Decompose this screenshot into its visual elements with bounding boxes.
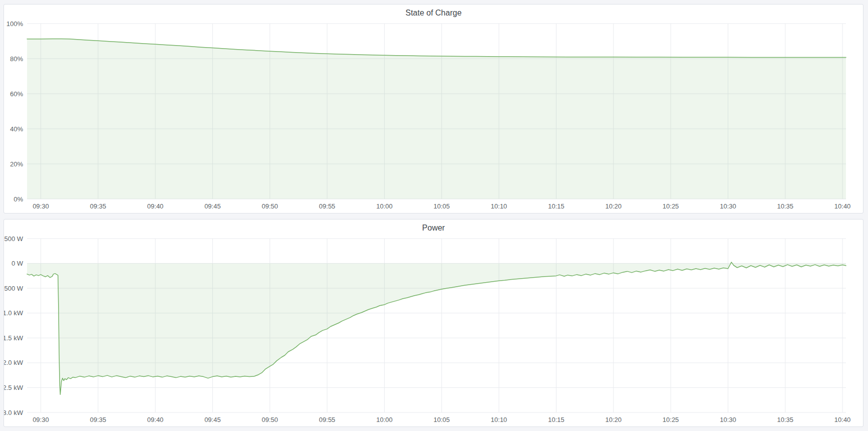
svg-text:-3.0 kW: -3.0 kW [4, 409, 24, 416]
svg-text:09:35: 09:35 [90, 202, 107, 210]
power-plot: 500 W0 W-500 W-1.0 kW-1.5 kW-2.0 kW-2.5 … [4, 235, 863, 426]
state-of-charge-chart[interactable]: 100%80%60%40%20%0%09:3009:3509:4009:4509… [4, 20, 863, 213]
svg-text:09:45: 09:45 [204, 202, 221, 210]
svg-text:10:35: 10:35 [777, 202, 794, 210]
svg-text:10:25: 10:25 [663, 202, 679, 210]
svg-text:-1.0 kW: -1.0 kW [4, 309, 24, 317]
svg-text:0 W: 0 W [12, 260, 24, 267]
svg-text:-2.0 kW: -2.0 kW [4, 359, 24, 366]
svg-text:09:55: 09:55 [319, 202, 336, 210]
panel-title-power[interactable]: Power [4, 220, 863, 235]
svg-text:500 W: 500 W [4, 235, 23, 243]
svg-text:-2.5 kW: -2.5 kW [4, 384, 24, 391]
svg-text:100%: 100% [7, 20, 24, 28]
svg-text:10:00: 10:00 [376, 202, 393, 210]
svg-text:80%: 80% [10, 55, 23, 63]
svg-text:10:40: 10:40 [834, 416, 851, 423]
svg-text:09:30: 09:30 [33, 416, 49, 423]
svg-text:09:50: 09:50 [262, 202, 278, 210]
panel-state-of-charge: State of Charge 100%80%60%40%20%0%09:300… [4, 4, 863, 213]
svg-text:10:40: 10:40 [834, 202, 851, 210]
svg-text:10:20: 10:20 [606, 202, 622, 210]
svg-text:10:10: 10:10 [491, 202, 507, 210]
svg-text:09:50: 09:50 [262, 416, 278, 423]
panel-title-state-of-charge[interactable]: State of Charge [4, 5, 863, 20]
svg-text:10:15: 10:15 [548, 416, 564, 423]
svg-text:10:25: 10:25 [663, 416, 679, 423]
svg-text:-1.5 kW: -1.5 kW [4, 334, 24, 342]
panel-power: Power 500 W0 W-500 W-1.0 kW-1.5 kW-2.0 k… [4, 219, 863, 427]
svg-text:20%: 20% [10, 160, 23, 168]
svg-text:10:20: 10:20 [606, 416, 622, 423]
svg-text:10:00: 10:00 [376, 416, 393, 423]
svg-text:10:30: 10:30 [720, 416, 736, 423]
dashboard: State of Charge 100%80%60%40%20%0%09:300… [4, 4, 863, 427]
power-chart[interactable]: 500 W0 W-500 W-1.0 kW-1.5 kW-2.0 kW-2.5 … [4, 235, 863, 426]
svg-text:60%: 60% [10, 90, 23, 98]
state-of-charge-plot: 100%80%60%40%20%0%09:3009:3509:4009:4509… [4, 20, 863, 213]
svg-text:-500 W: -500 W [4, 285, 24, 292]
svg-text:10:10: 10:10 [491, 416, 507, 423]
svg-text:10:30: 10:30 [720, 202, 736, 210]
svg-text:10:15: 10:15 [548, 202, 564, 210]
svg-text:09:45: 09:45 [204, 416, 221, 423]
svg-text:10:05: 10:05 [434, 202, 450, 210]
svg-text:09:40: 09:40 [147, 202, 164, 210]
svg-text:10:35: 10:35 [777, 416, 794, 423]
svg-text:40%: 40% [10, 125, 23, 133]
svg-text:0%: 0% [14, 195, 23, 203]
svg-text:09:55: 09:55 [319, 416, 336, 423]
svg-text:10:05: 10:05 [434, 416, 450, 423]
svg-text:09:40: 09:40 [147, 416, 164, 423]
svg-text:09:35: 09:35 [90, 416, 107, 423]
svg-text:09:30: 09:30 [33, 202, 49, 210]
